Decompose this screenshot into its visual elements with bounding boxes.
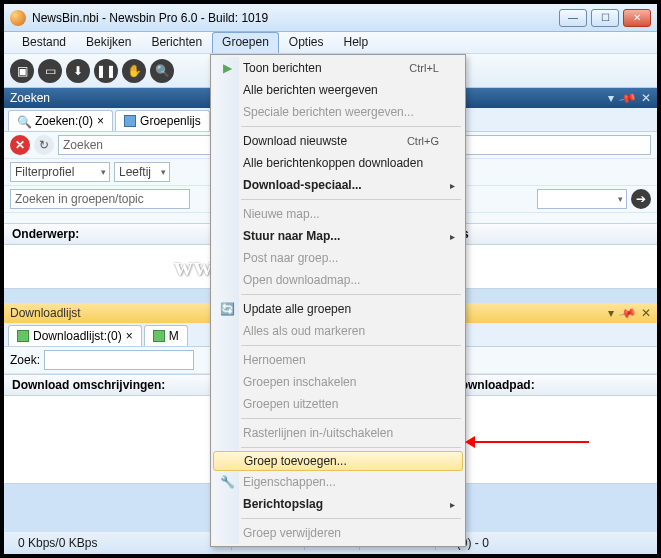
menu-item-alle-berichten-weergeven[interactable]: Alle berichten weergeven [213,79,463,101]
tab-m[interactable]: M [144,325,188,346]
tab-label: M [169,329,179,343]
zoek-label: Zoek: [10,353,40,367]
pin-icon[interactable]: 📌 [618,88,638,108]
menu-item-nieuwe-map-: Nieuwe map... [213,203,463,225]
menu-item-rasterlijnen-in-uitschakelen: Rasterlijnen in-/uitschakelen [213,422,463,444]
search-button[interactable]: 🔍 [150,59,174,83]
refresh-icon: 🔄 [219,301,235,317]
play-icon: ▶ [219,60,235,76]
menu-item-toon-berichten[interactable]: ▶Toon berichtenCtrl+L [213,57,463,79]
download-button[interactable]: ⬇ [66,59,90,83]
menu-item-label: Update alle groepen [243,302,351,316]
maximize-button[interactable]: ☐ [591,9,619,27]
menu-separator [241,418,461,419]
menu-separator [241,199,461,200]
menu-item-label: Nieuwe map... [243,207,320,221]
stop-hand-button[interactable]: ✋ [122,59,146,83]
menu-item-alles-als-oud-markeren: Alles als oud markeren [213,320,463,342]
menu-shortcut: Ctrl+G [407,135,439,147]
right-select[interactable] [537,189,627,209]
reload-search-button[interactable]: ↻ [34,135,54,155]
clear-search-button[interactable]: ✕ [10,135,30,155]
menu-separator [241,345,461,346]
menu-item-label: Stuur naar Map... [243,229,340,243]
open-folder-button[interactable]: ▭ [38,59,62,83]
menu-item-label: Download-speciaal... [243,178,362,192]
menu-item-groep-toevoegen-[interactable]: Groep toevoegen... [213,451,463,471]
menu-item-label: Groep verwijderen [243,526,341,540]
menu-item-label: Groepen inschakelen [243,375,356,389]
menu-item-label: Open downloadmap... [243,273,360,287]
list-icon [124,115,136,127]
lens-icon: 🔍 [17,115,31,127]
menu-separator [241,294,461,295]
menu-item-update-alle-groepen[interactable]: 🔄Update alle groepen [213,298,463,320]
menu-groepen[interactable]: Groepen [212,32,279,53]
app-icon [10,10,26,26]
annotation-arrow [469,441,589,443]
pin-icon[interactable]: 📌 [618,303,638,323]
menu-item-hernoemen: Hernoemen [213,349,463,371]
menu-item-open-downloadmap-: Open downloadmap... [213,269,463,291]
menu-item-label: Alle berichten weergeven [243,83,378,97]
menu-shortcut: Ctrl+L [409,62,439,74]
menu-item-stuur-naar-map-[interactable]: Stuur naar Map... [213,225,463,247]
minimize-button[interactable]: — [559,9,587,27]
menu-item-label: Alle berichtenkoppen downloaden [243,156,423,170]
menu-item-label: Post naar groep... [243,251,338,265]
menu-opties[interactable]: Opties [279,32,334,53]
menu-item-label: Berichtopslag [243,497,323,511]
filter-profile-select[interactable]: Filterprofiel [10,162,110,182]
tab-downloadlijst-0-[interactable]: Downloadlijst:(0) × [8,325,142,346]
search-in-groups-input[interactable]: Zoeken in groepen/topic [10,189,190,209]
menu-item-groep-verwijderen: Groep verwijderen [213,522,463,544]
tab-icon [153,330,165,342]
menu-item-label: Alles als oud markeren [243,324,365,338]
tab-label: Groepenlijs [140,114,201,128]
record-button[interactable]: ▣ [10,59,34,83]
menu-item-label: Download nieuwste [243,134,347,148]
menu-item-label: Toon berichten [243,61,322,75]
menu-item-eigenschappen-: 🔧Eigenschappen... [213,471,463,493]
menu-item-groepen-uitzetten: Groepen uitzetten [213,393,463,415]
tab-label: Downloadlijst:(0) [33,329,122,343]
menu-item-post-naar-groep-: Post naar groep... [213,247,463,269]
tab-close-icon[interactable]: × [126,329,133,343]
menu-item-label: Groepen uitzetten [243,397,338,411]
panel-close-icon[interactable]: ✕ [641,306,651,320]
menu-item-speciale-berichten-weergeven-: Speciale berichten weergeven... [213,101,463,123]
menu-bestand[interactable]: Bestand [12,32,76,53]
menu-bekijken[interactable]: Bekijken [76,32,141,53]
age-filter-select[interactable]: Leeftij [114,162,170,182]
menu-item-alle-berichtenkoppen-downloaden[interactable]: Alle berichtenkoppen downloaden [213,152,463,174]
tab-icon [17,330,29,342]
menu-item-berichtopslag[interactable]: Berichtopslag [213,493,463,515]
tab-groepenlijs[interactable]: Groepenlijs [115,110,210,131]
status-speed: 0 Kbps/0 KBps [4,536,111,550]
menu-item-download-nieuwste[interactable]: Download nieuwsteCtrl+G [213,130,463,152]
downloadlist-search-input[interactable] [44,350,194,370]
menu-separator [241,447,461,448]
pause-button[interactable]: ❚❚ [94,59,118,83]
menu-item-label: Hernoemen [243,353,306,367]
groepen-menu-dropdown: ▶Toon berichtenCtrl+LAlle berichten weer… [210,54,466,547]
downloadlist-panel-title: Downloadlijst [10,306,81,320]
menu-separator [241,126,461,127]
close-button[interactable]: ✕ [623,9,651,27]
panel-options-icon[interactable]: ▾ [608,306,614,320]
menu-item-label: Eigenschappen... [243,475,336,489]
window-title: NewsBin.nbi - Newsbin Pro 6.0 - Build: 1… [32,11,559,25]
panel-close-icon[interactable]: ✕ [641,91,651,105]
go-button[interactable]: ➔ [631,189,651,209]
menu-item-download-speciaal-[interactable]: Download-speciaal... [213,174,463,196]
menu-separator [241,518,461,519]
menu-help[interactable]: Help [334,32,379,53]
tab-close-icon[interactable]: × [97,114,104,128]
menu-item-label: Speciale berichten weergeven... [243,105,414,119]
panel-options-icon[interactable]: ▾ [608,91,614,105]
wrench-icon: 🔧 [219,474,235,490]
menu-item-label: Groep toevoegen... [244,454,347,468]
tab-zoeken-0-[interactable]: 🔍Zoeken:(0) × [8,110,113,131]
menu-berichten[interactable]: Berichten [141,32,212,53]
tab-label: Zoeken:(0) [35,114,93,128]
